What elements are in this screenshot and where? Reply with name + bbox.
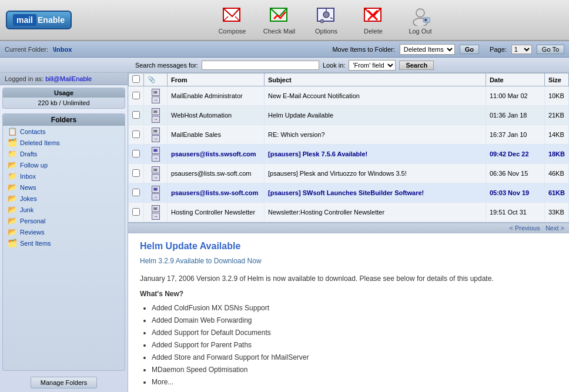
sidebar-item-personal[interactable]: 📂 Personal (3, 215, 125, 226)
row-subject[interactable]: New E-Mail Account Notification (265, 86, 486, 106)
row-subject[interactable]: [psausers] SWsoft Launches SiteBuilder S… (265, 183, 486, 203)
row-from[interactable]: psausers@lists.sw-soft.com (168, 164, 265, 183)
compose-button[interactable]: Compose (215, 5, 250, 35)
check-mail-button[interactable]: Check Mail (262, 5, 297, 35)
row-subject[interactable]: [psausers] Plesk 7.5.6 Available! (265, 145, 486, 164)
next-page-link[interactable]: Next > (545, 225, 564, 232)
sidebar-item-news[interactable]: 📂 News (3, 182, 125, 193)
delete-button[interactable]: Delete (356, 5, 391, 35)
sidebar-item-sent-items[interactable]: 🗂️ Sent Items (3, 237, 125, 249)
sidebar-item-drafts[interactable]: 📁 Drafts (3, 148, 125, 159)
list-item: MDaemon Speed Optimisation (152, 364, 557, 375)
jokes-label: Jokes (20, 195, 37, 202)
row-from[interactable]: psausers@lists.swsoft.com (168, 145, 265, 164)
row-size: 14KB (544, 125, 568, 145)
page-select[interactable]: 1 2 (511, 45, 532, 54)
table-row[interactable]: ✉ → psausers@lists.sw-soft.com [psausers… (129, 183, 569, 203)
row-from[interactable]: psausers@lists.sw-soft.com (168, 183, 265, 203)
goto-button[interactable]: Go To (537, 45, 564, 54)
row-checkbox-cell[interactable] (129, 125, 144, 145)
logged-in-label: Logged in as: (5, 75, 43, 82)
row-checkbox-cell[interactable] (129, 86, 144, 106)
row-checkbox[interactable] (132, 208, 140, 216)
search-bar: Search messages for: Look in: 'From' fie… (0, 58, 569, 73)
row-date: 11:00 Mar 02 (486, 86, 544, 106)
row-subject[interactable]: RE: Which version? (265, 125, 486, 145)
personal-icon: 📂 (8, 216, 17, 225)
sent-items-label: Sent Items (20, 240, 51, 247)
sidebar-item-deleted-items[interactable]: 🗂️ Deleted Items (3, 137, 125, 148)
row-checkbox-cell[interactable] (129, 106, 144, 125)
row-from[interactable]: WebHost Automation (168, 106, 265, 125)
svg-point-5 (323, 12, 329, 18)
page-label: Page: (490, 46, 507, 53)
list-item: More... (152, 377, 557, 387)
forward-icon: → (152, 135, 160, 142)
drafts-icon: 📁 (8, 149, 17, 158)
move-folder-select[interactable]: Deleted Items Inbox Drafts Sent Items (400, 44, 455, 55)
row-subject[interactable]: Newsletter:Hosting Controller Newsletter (265, 203, 486, 222)
options-button[interactable]: Options (309, 5, 344, 35)
read-icon: ✉ (152, 108, 160, 115)
table-row[interactable]: ✉ → psausers@lists.swsoft.com [psausers]… (129, 145, 569, 164)
row-size: 33KB (544, 203, 568, 222)
delete-icon (363, 5, 384, 26)
toolbar-buttons: Compose Check Mail (89, 5, 563, 35)
search-input[interactable] (202, 61, 319, 70)
table-row[interactable]: ✉ → WebHost Automation Helm Update Avail… (129, 106, 569, 125)
forward-icon: → (152, 96, 160, 103)
col-header-subject[interactable]: Subject (265, 73, 486, 86)
row-checkbox[interactable] (132, 111, 140, 119)
look-in-select[interactable]: 'From' field Subject Body (349, 60, 396, 71)
row-from[interactable]: MailEnable Administrator (168, 86, 265, 106)
compose-icon (222, 5, 243, 26)
row-checkbox[interactable] (132, 189, 140, 196)
check-mail-icon (269, 5, 290, 26)
prev-page-link[interactable]: < Previous (509, 225, 540, 232)
col-header-from[interactable]: From (168, 73, 265, 86)
row-date: 09:42 Dec 22 (486, 145, 544, 164)
col-header-date[interactable]: Date (486, 73, 544, 86)
sidebar-item-reviews[interactable]: 📂 Reviews (3, 226, 125, 237)
row-checkbox[interactable] (132, 92, 140, 99)
forward-icon: → (152, 174, 160, 181)
search-button[interactable]: Search (399, 61, 434, 70)
sidebar-item-jokes[interactable]: 📂 Jokes (3, 193, 125, 204)
sidebar-item-junk[interactable]: 📂 Junk (3, 204, 125, 215)
table-row[interactable]: ✉ → Hosting Controller Newsletter Newsle… (129, 203, 569, 222)
col-header-icons: 📎 (144, 73, 168, 86)
row-date: 05:03 Nov 19 (486, 183, 544, 203)
table-row[interactable]: ✉ → MailEnable Sales RE: Which version? … (129, 125, 569, 145)
row-checkbox[interactable] (132, 130, 140, 138)
select-all-checkbox[interactable] (132, 75, 140, 83)
row-checkbox[interactable] (132, 169, 140, 177)
row-icons-cell: ✉ → (144, 164, 168, 183)
col-header-size[interactable]: Size (544, 73, 568, 86)
logout-button[interactable]: Log Out (403, 5, 438, 35)
table-row[interactable]: ✉ → MailEnable Administrator New E-Mail … (129, 86, 569, 106)
sidebar-item-contacts[interactable]: 📋 Contacts (3, 126, 125, 137)
usage-value: 220 kb / Unlimited (3, 98, 125, 108)
row-checkbox[interactable] (132, 150, 140, 158)
sidebar-item-follow-up[interactable]: 📂 Follow up (3, 159, 125, 170)
row-from[interactable]: MailEnable Sales (168, 125, 265, 145)
look-in-label: Look in: (323, 62, 346, 69)
row-from[interactable]: Hosting Controller Newsletter (168, 203, 265, 222)
table-row[interactable]: ✉ → psausers@lists.sw-soft.com [psausers… (129, 164, 569, 183)
move-go-button[interactable]: Go (460, 45, 479, 54)
row-subject[interactable]: [psausers] Plesk and Virtuozzo for Windo… (265, 164, 486, 183)
row-subject[interactable]: Helm Update Available (265, 106, 486, 125)
preview-intro: January 17, 2006 Version 3.2.9 of Helm i… (140, 273, 557, 284)
contacts-label: Contacts (20, 128, 45, 135)
row-checkbox-cell[interactable] (129, 164, 144, 183)
email-table-wrapper: 📎 From Subject Date Size ✉ → MailEnable … (128, 73, 569, 223)
sidebar-item-inbox[interactable]: 📁 Inbox (3, 170, 125, 182)
list-item: Added ColdFusion MX DSNs Support (152, 303, 557, 313)
manage-folders-button[interactable]: Manage Folders (31, 377, 98, 388)
row-checkbox-cell[interactable] (129, 203, 144, 222)
sidebar: Logged in as: bill@MailEnable Usage 220 … (0, 73, 128, 392)
preview-pane: Helm Update Available Helm 3.2.9 Availab… (128, 233, 569, 392)
row-checkbox-cell[interactable] (129, 145, 144, 164)
row-checkbox-cell[interactable] (129, 183, 144, 203)
row-icons-cell: ✉ → (144, 203, 168, 222)
